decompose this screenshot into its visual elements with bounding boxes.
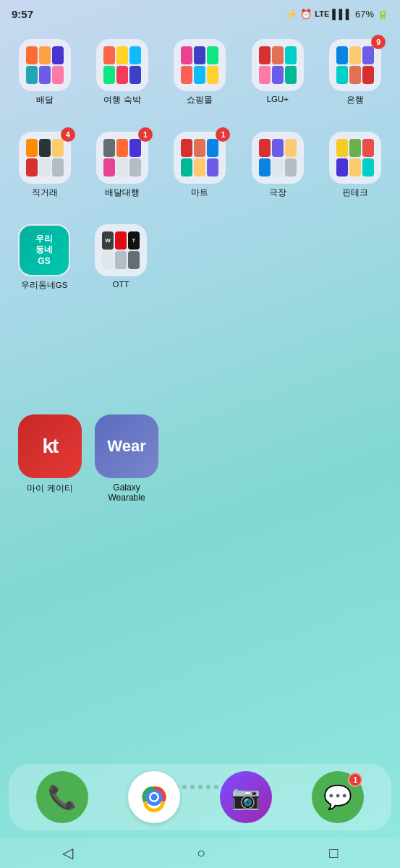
chrome-icon <box>138 781 170 813</box>
folder-travel[interactable]: 여행 숙박 <box>83 33 161 111</box>
folder-bank[interactable]: 9 은행 <box>317 33 394 111</box>
folder-fintech-label: 핀테크 <box>342 187 368 198</box>
wear-icon-text: Wear <box>107 437 145 456</box>
dock: 📞 📷 💬 1 <box>9 764 391 830</box>
folder-travel-label: 여행 숙박 <box>103 95 140 106</box>
messages-icon: 💬 <box>323 783 352 811</box>
dock-phone[interactable]: 📞 <box>36 771 88 823</box>
folder-lgu-label: LGU+ <box>267 95 289 103</box>
folder-delivery-icon <box>19 39 71 91</box>
alarm-icon: ⏰ <box>300 9 312 20</box>
recent-button[interactable]: □ <box>329 845 338 861</box>
folder-baedaldaehang-icon: 1 <box>96 132 148 184</box>
folder-shopping-label: 쇼핑몰 <box>187 95 213 106</box>
folder-mart[interactable]: 1 마트 <box>161 126 239 204</box>
dock-chrome[interactable] <box>128 771 180 823</box>
phone-icon: 📞 <box>48 783 77 811</box>
folder-bank-label: 은행 <box>346 95 364 106</box>
status-icons: ⚡ ⏰ LTE ▌▌▌ 67% 🔋 <box>286 9 388 20</box>
folder-shopping[interactable]: 쇼핑몰 <box>161 33 239 111</box>
bank-badge: 9 <box>371 35 386 49</box>
svg-point-4 <box>150 794 157 801</box>
app-galaxy-wearable-label: GalaxyWearable <box>108 482 145 503</box>
app-grid-row3: 우리동네GS 우리동네GS W T OTT <box>0 211 400 297</box>
spacer1 <box>0 297 400 409</box>
folder-baedaldaehang[interactable]: 1 배달대행 <box>83 126 161 204</box>
app-galaxy-wearable[interactable]: Wear GalaxyWearable <box>88 409 165 509</box>
app-kt-label: 마이 케이티 <box>27 482 72 495</box>
folder-ott-label: OTT <box>113 280 129 289</box>
back-button[interactable]: ◁ <box>62 844 73 861</box>
folder-lgu-icon <box>252 39 304 91</box>
folder-theater-label: 극장 <box>269 187 286 198</box>
app-kt[interactable]: kt 마이 케이티 <box>12 409 88 509</box>
messages-badge: 1 <box>348 773 362 787</box>
app-galaxy-wearable-icon: Wear <box>95 414 158 478</box>
battery-icon: 🔋 <box>377 9 388 20</box>
jikgeorаe-badge: 4 <box>61 127 75 142</box>
signal-icon: ▌▌▌ <box>332 9 352 20</box>
folder-mart-label: 마트 <box>191 187 208 198</box>
app-우리동네gs-icon: 우리동네GS <box>18 224 70 276</box>
dock-camera[interactable]: 📷 <box>220 771 272 823</box>
app-kt-icon: kt <box>18 414 82 478</box>
folder-travel-icon <box>96 39 148 91</box>
folder-jikgeorаe-label: 직거래 <box>32 187 58 198</box>
app-grid-row2: 4 직거래 1 <box>0 119 400 211</box>
camera-icon: 📷 <box>231 783 260 811</box>
home-button[interactable]: ○ <box>197 845 205 861</box>
folder-theater[interactable]: 극장 <box>239 126 316 204</box>
folder-fintech-icon <box>329 132 381 184</box>
folder-jikgeorаe-icon: 4 <box>19 132 71 184</box>
folder-ott[interactable]: W T OTT <box>82 218 159 297</box>
dock-messages[interactable]: 💬 1 <box>312 771 364 823</box>
app-우리동네gs[interactable]: 우리동네GS 우리동네GS <box>6 218 82 297</box>
bluetooth-icon: ⚡ <box>286 9 297 20</box>
lte-icon: LTE <box>315 9 329 18</box>
gs-icon-text: 우리동네GS <box>35 234 53 268</box>
battery-percent: 67% <box>355 9 374 20</box>
nav-bar: ◁ ○ □ <box>0 838 400 868</box>
folder-theater-icon <box>252 132 304 184</box>
kt-icon-text: kt <box>43 435 58 458</box>
folder-lgu[interactable]: LGU+ <box>239 33 316 111</box>
mart-badge: 1 <box>216 127 230 142</box>
standalone-apps-row: kt 마이 케이티 Wear GalaxyWearable <box>0 409 400 509</box>
app-grid-row1: 배달 여행 숙박 <box>0 26 400 119</box>
status-bar: 9:57 ⚡ ⏰ LTE ▌▌▌ 67% 🔋 <box>0 0 400 26</box>
folder-bank-icon: 9 <box>329 39 381 91</box>
app-우리동네gs-label: 우리동네GS <box>21 280 68 291</box>
folder-delivery[interactable]: 배달 <box>6 33 83 111</box>
status-time: 9:57 <box>12 8 33 20</box>
folder-delivery-label: 배달 <box>36 95 54 106</box>
folder-jikgeorае[interactable]: 4 직거래 <box>6 126 83 204</box>
baedaldaehang-badge: 1 <box>138 127 153 142</box>
folder-mart-icon: 1 <box>174 132 226 184</box>
folder-fintech[interactable]: 핀테크 <box>317 126 394 204</box>
folder-shopping-icon <box>174 39 226 91</box>
folder-baedaldaehang-label: 배달대행 <box>105 187 140 198</box>
folder-ott-icon: W T <box>95 224 147 276</box>
spacer2 <box>0 509 400 653</box>
